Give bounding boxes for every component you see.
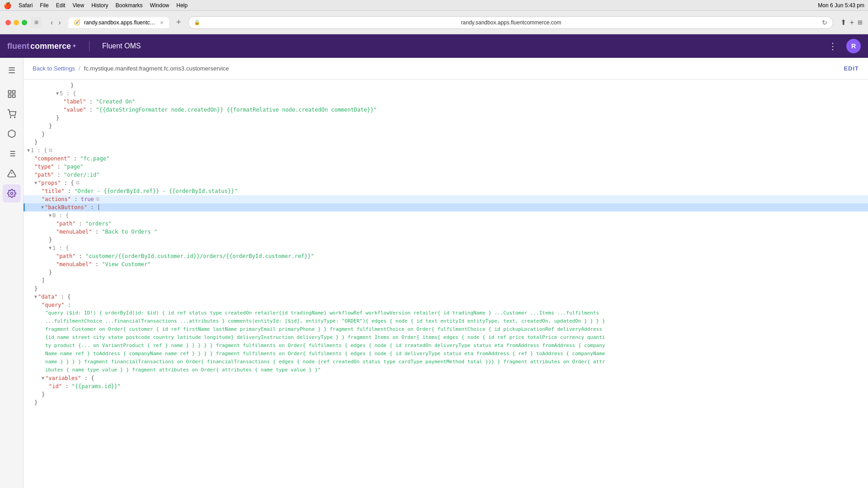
- history-menu[interactable]: History: [91, 2, 108, 9]
- code-line-long-query: "query ($id: ID!) { orderById(id: $id) {…: [24, 309, 611, 374]
- code-line: }: [24, 236, 868, 244]
- browser-actions: ⬆ + ⊞: [840, 18, 863, 27]
- edit-menu[interactable]: Edit: [56, 2, 66, 9]
- sidebar-item-orders[interactable]: [3, 105, 21, 123]
- file-menu[interactable]: File: [40, 2, 48, 9]
- code-line: 0 : {: [24, 211, 868, 220]
- share-button[interactable]: ⬆: [840, 18, 846, 27]
- minimize-button[interactable]: [14, 20, 19, 25]
- tab-favicon: 🧭: [74, 19, 80, 26]
- code-line: 5 : {: [24, 89, 868, 98]
- back-to-settings-link[interactable]: Back to Settings: [33, 65, 75, 72]
- code-line: }: [24, 81, 868, 89]
- forward-button[interactable]: ›: [57, 18, 62, 28]
- back-button[interactable]: ‹: [49, 18, 55, 28]
- code-line-selected: "backButtons" : [: [24, 203, 868, 211]
- copy-icon[interactable]: ⧉: [76, 179, 80, 187]
- extensions-button[interactable]: ⊞: [858, 19, 863, 26]
- code-line: ]: [24, 277, 868, 285]
- sidebar-toggle[interactable]: ☰: [3, 61, 21, 80]
- traffic-lights: [5, 20, 27, 25]
- sidebar-item-settings[interactable]: [3, 184, 21, 202]
- collapse-arrow[interactable]: [34, 179, 37, 187]
- browser-controls: ‹ ›: [49, 18, 63, 28]
- code-line: "path" : "order/:id": [24, 171, 868, 179]
- edit-button[interactable]: EDIT: [844, 65, 859, 72]
- logo-divider: [89, 41, 90, 52]
- collapse-arrow[interactable]: [27, 146, 30, 155]
- code-line: }: [24, 285, 868, 293]
- mac-menubar: 🍎 Safari File Edit View History Bookmark…: [0, 0, 868, 11]
- code-line: }: [24, 268, 868, 277]
- breadcrumb-current: fc.mystique.manifest.fragment.fc.oms3.cu…: [84, 65, 229, 72]
- sidebar-item-list[interactable]: [3, 145, 21, 163]
- collapse-arrow[interactable]: [56, 89, 59, 98]
- code-line: }: [24, 122, 868, 130]
- bookmarks-menu[interactable]: Bookmarks: [116, 2, 143, 9]
- code-line: "id" : "{{params.id}}": [24, 382, 868, 390]
- app-logo: fluentcommerce ✦: [7, 42, 76, 51]
- tab-close[interactable]: ×: [160, 19, 164, 26]
- svg-rect-2: [8, 95, 11, 98]
- sidebar-item-inventory[interactable]: [3, 125, 21, 143]
- content-area: Back to Settings / fc.mystique.manifest.…: [24, 58, 868, 488]
- code-line: }: [24, 114, 868, 122]
- code-line: "path" : "orders": [24, 220, 868, 228]
- code-line: "type" : "page": [24, 163, 868, 171]
- avatar[interactable]: R: [846, 39, 861, 53]
- editor-area: } 5 : { "label" : "Created On": [24, 80, 868, 488]
- code-line: "label" : "Created On": [24, 98, 868, 106]
- app-name: Fluent OMS: [102, 42, 141, 50]
- close-button[interactable]: [5, 20, 11, 25]
- maximize-button[interactable]: [22, 20, 27, 25]
- browser-tab[interactable]: 🧭 randy.sandbox.apps.fluentcommerce.com …: [68, 17, 169, 28]
- collapse-arrow[interactable]: [49, 211, 52, 220]
- code-container[interactable]: } 5 : { "label" : "Created On": [24, 80, 868, 488]
- code-line: }: [24, 399, 868, 407]
- collapse-arrow[interactable]: [41, 203, 44, 211]
- new-tab-button[interactable]: +: [176, 18, 181, 27]
- tab-title: randy.sandbox.apps.fluentcommerce.com: [84, 19, 156, 26]
- code-line: "variables" : {: [24, 374, 868, 382]
- svg-point-14: [10, 192, 13, 195]
- window-menu[interactable]: Window: [150, 2, 170, 9]
- apple-menu[interactable]: 🍎: [4, 2, 11, 9]
- collapse-arrow[interactable]: [42, 374, 44, 382]
- new-tab-action[interactable]: +: [850, 19, 854, 27]
- sidebar-item-alerts[interactable]: [3, 164, 21, 183]
- address-text: randy.sandbox.apps.fluentcommerce.com: [203, 19, 819, 26]
- lock-icon: 🔒: [194, 19, 200, 25]
- view-menu[interactable]: View: [72, 2, 84, 9]
- svg-rect-3: [12, 95, 15, 98]
- code-line: "query" :: [24, 301, 868, 309]
- svg-point-4: [10, 117, 11, 118]
- sidebar-item-dashboard[interactable]: [3, 85, 21, 103]
- header-menu-button[interactable]: ⋮: [826, 39, 839, 53]
- code-line: "value" : "{{dateStringFormatter node.cr…: [24, 106, 868, 114]
- sidebar: ☰: [0, 58, 24, 488]
- svg-rect-1: [12, 91, 15, 94]
- code-line: }: [24, 130, 868, 138]
- code-line: 1 : { ⧉: [24, 146, 868, 155]
- code-line: "component" : "fc.page": [24, 155, 868, 163]
- help-menu[interactable]: Help: [176, 2, 188, 9]
- browser-chrome: ⊞ ‹ › 🧭 randy.sandbox.apps.fluentcommerc…: [0, 11, 868, 34]
- svg-rect-0: [8, 91, 11, 94]
- reload-button[interactable]: ↻: [822, 19, 827, 26]
- collapse-arrow[interactable]: [49, 244, 52, 252]
- copy-icon[interactable]: ⧉: [96, 195, 99, 203]
- code-line: 1 : {: [24, 244, 868, 252]
- code-line-highlighted: "actions" : true ⧉: [24, 195, 868, 203]
- tab-group-button[interactable]: ⊞: [31, 17, 42, 28]
- copy-icon[interactable]: ⧉: [49, 146, 52, 155]
- collapse-arrow[interactable]: [34, 293, 37, 301]
- app-header: fluentcommerce ✦ Fluent OMS ⋮ R: [0, 34, 868, 58]
- code-line: }: [24, 390, 868, 399]
- safari-menu[interactable]: Safari: [19, 2, 33, 9]
- address-bar[interactable]: 🔒 randy.sandbox.apps.fluentcommerce.com …: [188, 16, 833, 29]
- code-line: "menuLabel" : "Back to Orders ": [24, 228, 868, 236]
- breadcrumb-separator: /: [79, 65, 80, 72]
- breadcrumb-bar: Back to Settings / fc.mystique.manifest.…: [24, 58, 868, 80]
- code-line: "data" : {: [24, 293, 868, 301]
- code-line: "props" : { ⧉: [24, 179, 868, 187]
